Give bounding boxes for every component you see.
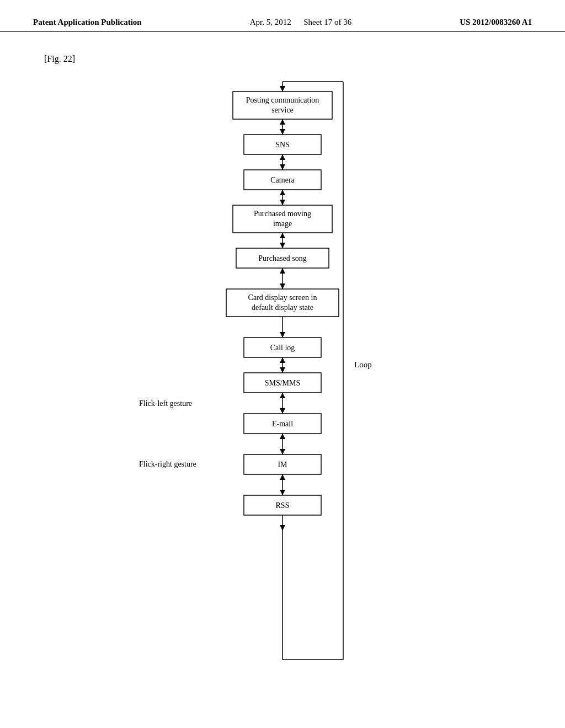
- svg-text:Card display screen in: Card display screen in: [248, 293, 317, 302]
- svg-text:IM: IM: [278, 461, 287, 469]
- svg-marker-33: [280, 283, 285, 289]
- flowchart-svg: Loop Flick-left gesture Flick-right gest…: [128, 75, 437, 671]
- svg-text:E-mail: E-mail: [272, 420, 293, 428]
- svg-marker-34: [280, 268, 285, 274]
- svg-marker-54: [280, 433, 285, 439]
- svg-text:Camera: Camera: [270, 176, 295, 184]
- header-left: Patent Application Publication: [33, 18, 142, 27]
- svg-marker-53: [280, 449, 285, 454]
- svg-text:SNS: SNS: [275, 141, 290, 149]
- svg-marker-12: [280, 129, 285, 135]
- svg-marker-49: [280, 393, 285, 398]
- svg-text:Purchased song: Purchased song: [258, 254, 307, 263]
- svg-text:image: image: [273, 220, 292, 228]
- header-center: Apr. 5, 2012 Sheet 17 of 36: [250, 18, 352, 27]
- svg-marker-58: [280, 490, 285, 495]
- svg-text:Posting communication: Posting communication: [246, 96, 319, 104]
- fig-label: [Fig. 22]: [44, 54, 565, 64]
- page-header: Patent Application Publication Apr. 5, 2…: [0, 0, 565, 32]
- svg-text:Flick-right gesture: Flick-right gesture: [139, 460, 196, 468]
- svg-marker-28: [280, 243, 285, 248]
- diagram-area: Loop Flick-left gesture Flick-right gest…: [0, 75, 565, 673]
- svg-marker-7: [280, 86, 285, 92]
- svg-text:Loop: Loop: [354, 360, 372, 369]
- svg-text:Purchased moving: Purchased moving: [254, 210, 311, 218]
- svg-text:Call log: Call log: [270, 344, 295, 352]
- svg-marker-43: [280, 367, 285, 373]
- svg-text:SMS/MMS: SMS/MMS: [265, 379, 301, 387]
- svg-marker-18: [280, 154, 285, 160]
- svg-marker-63: [280, 525, 285, 531]
- svg-text:service: service: [271, 106, 294, 114]
- svg-marker-23: [280, 190, 285, 195]
- svg-marker-48: [280, 408, 285, 414]
- header-date: Apr. 5, 2012: [250, 18, 291, 26]
- svg-marker-13: [280, 119, 285, 125]
- header-right: US 2012/0083260 A1: [460, 18, 532, 27]
- svg-marker-22: [280, 200, 285, 205]
- diagram-container: Loop Flick-left gesture Flick-right gest…: [128, 75, 437, 673]
- svg-text:Flick-left gesture: Flick-left gesture: [139, 399, 192, 408]
- svg-marker-39: [280, 332, 285, 338]
- header-sheet: Sheet 17 of 36: [303, 18, 351, 26]
- svg-marker-59: [280, 474, 285, 480]
- svg-marker-17: [280, 164, 285, 170]
- svg-marker-29: [280, 233, 285, 238]
- svg-marker-44: [280, 357, 285, 363]
- svg-text:default display state: default display state: [252, 303, 313, 312]
- svg-text:RSS: RSS: [276, 501, 290, 510]
